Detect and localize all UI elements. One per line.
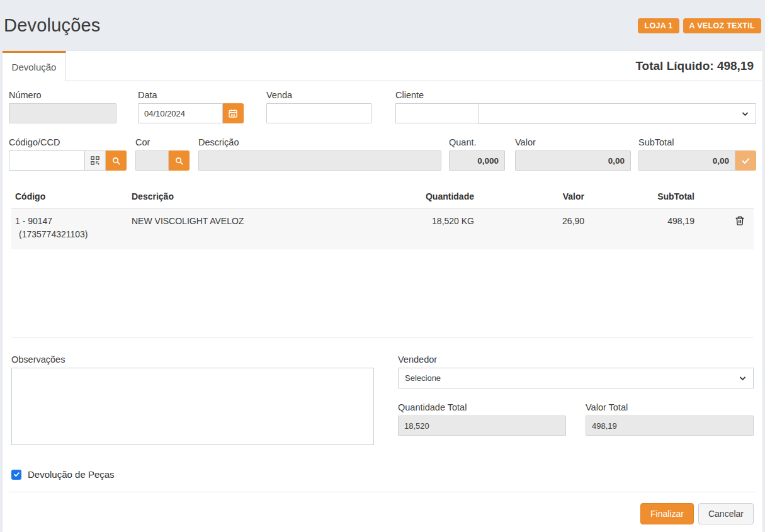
venda-label: Venda bbox=[266, 90, 371, 100]
checkmark-icon bbox=[13, 471, 20, 478]
trash-icon bbox=[735, 215, 745, 226]
tab-devolucao-label: Devolução bbox=[12, 62, 57, 72]
observacoes-label: Observações bbox=[11, 354, 374, 365]
field-subtotal: SubTotal bbox=[638, 137, 756, 171]
bottom-section: Observações Vendedor Selecione Quantidad… bbox=[9, 354, 756, 448]
page: Devoluções LOJA 1 A VELOZ TEXTIL Devoluç… bbox=[0, 0, 765, 532]
items-table-header: Código Descrição Quantidade Valor SubTot… bbox=[11, 186, 754, 209]
codigo-ccd-label: Código/CCD bbox=[9, 137, 127, 147]
data-input[interactable] bbox=[138, 103, 223, 123]
row-descricao: NEW VISCOLIGHT AVELOZ bbox=[128, 215, 383, 229]
section-divider bbox=[11, 337, 754, 337]
devolucao-pecas-label: Devolução de Peças bbox=[28, 469, 115, 480]
vendedor-totals-column: Vendedor Selecione Quantidade Total bbox=[398, 354, 754, 448]
total-liquido: Total Líquido: 498,19 bbox=[635, 59, 754, 73]
field-cor: Cor bbox=[135, 137, 190, 171]
finalizar-button[interactable]: Finalizar bbox=[640, 503, 694, 524]
cliente-code-input[interactable] bbox=[395, 103, 479, 123]
col-header-descricao: Descrição bbox=[128, 190, 383, 204]
delete-row-button[interactable] bbox=[735, 215, 745, 226]
vendedor-label: Vendedor bbox=[398, 354, 754, 365]
cor-search-button[interactable] bbox=[169, 150, 190, 171]
field-valor: Valor bbox=[515, 137, 631, 171]
page-header: Devoluções LOJA 1 A VELOZ TEXTIL bbox=[3, 0, 762, 51]
field-codigo-ccd: Código/CCD bbox=[9, 137, 127, 171]
items-table: Código Descrição Quantidade Valor SubTot… bbox=[9, 186, 756, 337]
tab-bar: Devolução Total Líquido: 498,19 bbox=[3, 51, 762, 81]
col-header-codigo: Código bbox=[11, 190, 128, 204]
cor-input bbox=[135, 150, 169, 171]
numero-input bbox=[9, 103, 116, 123]
subtotal-input bbox=[638, 150, 735, 171]
confirm-item-button[interactable] bbox=[735, 150, 756, 171]
calendar-button[interactable] bbox=[223, 103, 244, 123]
vendedor-select[interactable]: Selecione bbox=[398, 368, 754, 388]
col-header-subtotal: SubTotal bbox=[588, 190, 698, 204]
cliente-label: Cliente bbox=[395, 90, 756, 100]
row-codigo-line2: (1735774321103) bbox=[15, 228, 124, 242]
form-row-2: Código/CCD bbox=[9, 137, 756, 171]
barcode-icon bbox=[91, 156, 99, 165]
page-title: Devoluções bbox=[4, 15, 101, 36]
row-codigo: 1 - 90147 (1735774321103) bbox=[11, 215, 128, 242]
observacoes-textarea[interactable] bbox=[11, 368, 374, 445]
vendedor-select-value: Selecione bbox=[405, 373, 441, 383]
field-data: Data bbox=[138, 90, 244, 124]
company-badge[interactable]: A VELOZ TEXTIL bbox=[683, 18, 761, 33]
row-quantidade: 18,520 KG bbox=[383, 215, 478, 229]
field-quant: Quant. bbox=[449, 137, 505, 171]
field-quantidade-total: Quantidade Total bbox=[398, 402, 566, 436]
cliente-select[interactable] bbox=[479, 103, 756, 124]
calendar-icon bbox=[228, 108, 238, 118]
row-subtotal: 498,19 bbox=[588, 215, 698, 229]
footer-actions: Finalizar Cancelar bbox=[3, 495, 762, 532]
col-header-valor: Valor bbox=[478, 190, 588, 204]
devolucao-pecas-checkbox[interactable] bbox=[11, 470, 21, 480]
checkmark-icon bbox=[741, 156, 751, 166]
total-liquido-label: Total Líquido: bbox=[635, 59, 713, 72]
subtotal-label: SubTotal bbox=[638, 137, 756, 147]
table-row: 1 - 90147 (1735774321103) NEW VISCOLIGHT… bbox=[11, 209, 754, 249]
footer-divider bbox=[9, 492, 756, 492]
quant-label: Quant. bbox=[449, 137, 505, 147]
total-liquido-value: 498,19 bbox=[717, 59, 754, 72]
header-badges: LOJA 1 A VELOZ TEXTIL bbox=[638, 18, 761, 33]
field-observacoes: Observações bbox=[11, 354, 374, 448]
field-valor-total: Valor Total bbox=[586, 402, 754, 436]
col-header-quantidade: Quantidade bbox=[383, 190, 478, 204]
valor-total-label: Valor Total bbox=[586, 402, 754, 412]
quantidade-total-label: Quantidade Total bbox=[398, 402, 566, 412]
valor-label: Valor bbox=[515, 137, 631, 147]
chevron-down-icon bbox=[741, 110, 749, 118]
quantidade-total-input bbox=[398, 416, 566, 436]
data-label: Data bbox=[138, 90, 244, 100]
field-cliente: Cliente bbox=[395, 90, 756, 124]
field-numero: Número bbox=[9, 90, 116, 124]
venda-input[interactable] bbox=[266, 103, 371, 123]
descricao-label: Descrição bbox=[198, 137, 441, 147]
form-row-1: Número Data bbox=[9, 90, 756, 124]
row-valor: 26,90 bbox=[478, 215, 588, 229]
cor-label: Cor bbox=[135, 137, 190, 147]
store-badge[interactable]: LOJA 1 bbox=[638, 18, 679, 33]
search-icon bbox=[174, 156, 184, 166]
devolucao-pecas-row: Devolução de Peças bbox=[11, 469, 756, 480]
codigo-ccd-input[interactable] bbox=[9, 150, 85, 171]
search-icon bbox=[111, 156, 121, 166]
numero-label: Número bbox=[9, 90, 116, 100]
row-actions bbox=[698, 215, 754, 230]
valor-input bbox=[515, 150, 631, 171]
descricao-input bbox=[198, 150, 441, 171]
totals-row: Quantidade Total Valor Total bbox=[398, 402, 754, 436]
form-content: Número Data bbox=[3, 81, 762, 495]
tab-devolucao[interactable]: Devolução bbox=[3, 51, 66, 81]
field-descricao: Descrição bbox=[198, 137, 441, 171]
quant-input bbox=[449, 150, 505, 171]
field-venda: Venda bbox=[266, 90, 371, 124]
barcode-button[interactable] bbox=[85, 150, 106, 171]
codigo-search-button[interactable] bbox=[106, 150, 127, 171]
devolucao-panel: Devolução Total Líquido: 498,19 Número D… bbox=[3, 51, 762, 532]
row-codigo-line1: 1 - 90147 bbox=[15, 215, 124, 229]
cancelar-button[interactable]: Cancelar bbox=[698, 503, 754, 524]
valor-total-input bbox=[586, 416, 754, 436]
